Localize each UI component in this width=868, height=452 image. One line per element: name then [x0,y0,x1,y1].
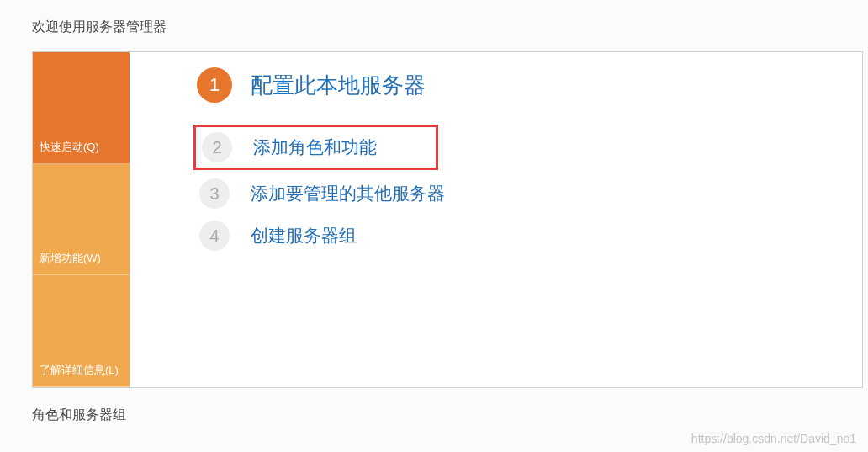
step-badge-3: 3 [199,178,230,209]
content-area: 1 配置此本地服务器 2 添加角色和功能 3 添加要管理的其他服务器 4 创建服… [130,52,862,387]
tab-learn-more[interactable]: 了解详细信息(L) [33,275,130,387]
step-row-2-highlighted: 2 添加角色和功能 [193,125,438,170]
step-badge-1: 1 [197,67,232,103]
step-link-create-server-group[interactable]: 创建服务器组 [251,224,357,247]
watermark: https://blog.csdn.net/David_no1 [691,432,856,445]
side-tabs: 快速启动(Q) 新增功能(W) 了解详细信息(L) [33,52,130,387]
tab-quick-start-label: 快速启动(Q) [40,140,99,155]
tab-new-features[interactable]: 新增功能(W) [33,164,130,276]
step-badge-2: 2 [202,132,232,162]
step-link-configure-local-server[interactable]: 配置此本地服务器 [251,71,426,100]
step-row-4: 4 创建服务器组 [197,221,862,251]
section-title-roles-groups: 角色和服务器组 [0,388,868,428]
step-row-3: 3 添加要管理的其他服务器 [197,178,862,209]
step-badge-4: 4 [199,221,230,251]
welcome-title: 欢迎使用服务器管理器 [0,0,868,51]
step-link-add-roles-features[interactable]: 添加角色和功能 [253,136,377,159]
tab-new-features-label: 新增功能(W) [40,251,101,266]
tab-learn-more-label: 了解详细信息(L) [40,363,119,378]
step-link-add-other-servers[interactable]: 添加要管理的其他服务器 [251,182,445,205]
main-panel: 快速启动(Q) 新增功能(W) 了解详细信息(L) 1 配置此本地服务器 2 添… [32,51,863,388]
tab-quick-start[interactable]: 快速启动(Q) [33,52,130,164]
step-row-1: 1 配置此本地服务器 [197,67,862,103]
